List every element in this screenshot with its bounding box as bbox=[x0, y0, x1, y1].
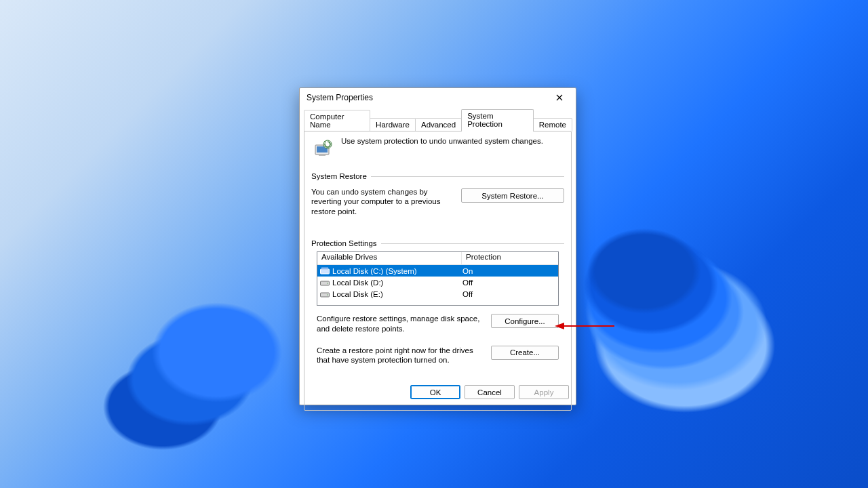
drive-status: Off bbox=[458, 279, 558, 287]
drive-name: Local Disk (E:) bbox=[332, 290, 383, 298]
svg-rect-4 bbox=[321, 269, 330, 274]
configure-desc: Configure restore settings, manage disk … bbox=[317, 314, 484, 333]
close-button[interactable] bbox=[547, 90, 572, 105]
group-system-restore: System Restore bbox=[311, 172, 564, 180]
close-icon bbox=[556, 94, 563, 101]
create-button[interactable]: Create... bbox=[491, 346, 559, 360]
system-restore-desc: You can undo system changes by reverting… bbox=[311, 187, 454, 216]
svg-point-9 bbox=[327, 294, 328, 296]
tab-advanced[interactable]: Advanced bbox=[415, 118, 462, 131]
tab-system-protection[interactable]: System Protection bbox=[461, 109, 534, 131]
drive-name: Local Disk (D:) bbox=[332, 279, 383, 287]
col-available-drives[interactable]: Available Drives bbox=[317, 252, 462, 264]
drive-row[interactable]: Local Disk (C:) (System) On bbox=[317, 265, 558, 277]
dialog-button-row: OK Cancel Apply bbox=[300, 380, 576, 405]
titlebar[interactable]: System Properties bbox=[300, 88, 576, 107]
drive-status: On bbox=[458, 267, 558, 275]
cancel-button[interactable]: Cancel bbox=[465, 385, 515, 399]
ok-button[interactable]: OK bbox=[410, 385, 460, 399]
configure-button[interactable]: Configure... bbox=[491, 314, 559, 328]
drive-row[interactable]: Local Disk (D:) Off bbox=[317, 277, 558, 288]
svg-rect-2 bbox=[319, 155, 326, 156]
system-restore-label: System Restore bbox=[311, 172, 367, 180]
create-desc: Create a restore point right now for the… bbox=[317, 346, 484, 365]
drive-icon bbox=[320, 267, 330, 275]
tab-page: Use system protection to undo unwanted s… bbox=[304, 131, 572, 411]
protection-settings-label: Protection Settings bbox=[311, 239, 377, 247]
intro-text: Use system protection to undo unwanted s… bbox=[341, 137, 543, 145]
window-title: System Properties bbox=[307, 93, 373, 102]
intro-row: Use system protection to undo unwanted s… bbox=[313, 138, 566, 160]
svg-rect-5 bbox=[321, 267, 328, 269]
apply-button[interactable]: Apply bbox=[519, 385, 569, 399]
group-protection-settings: Protection Settings bbox=[311, 239, 564, 247]
drive-icon bbox=[320, 290, 330, 298]
drive-icon bbox=[320, 279, 330, 287]
col-protection[interactable]: Protection bbox=[462, 252, 558, 264]
drive-row[interactable]: Local Disk (E:) Off bbox=[317, 288, 558, 300]
system-properties-window: System Properties Computer Name Hardware… bbox=[299, 87, 576, 405]
tab-hardware[interactable]: Hardware bbox=[370, 118, 416, 131]
tab-remote[interactable]: Remote bbox=[533, 118, 572, 131]
drive-name: Local Disk (C:) (System) bbox=[332, 267, 417, 275]
system-protection-icon bbox=[313, 138, 334, 160]
system-restore-button[interactable]: System Restore... bbox=[461, 188, 564, 203]
desktop-wallpaper: System Properties Computer Name Hardware… bbox=[0, 0, 868, 488]
drive-status: Off bbox=[458, 290, 558, 298]
drive-list-header: Available Drives Protection bbox=[317, 252, 558, 265]
drive-list[interactable]: Available Drives Protection Local Disk (… bbox=[317, 251, 559, 306]
tab-strip: Computer Name Hardware Advanced System P… bbox=[300, 108, 576, 131]
svg-point-7 bbox=[327, 283, 328, 284]
tab-computer-name[interactable]: Computer Name bbox=[304, 110, 370, 131]
